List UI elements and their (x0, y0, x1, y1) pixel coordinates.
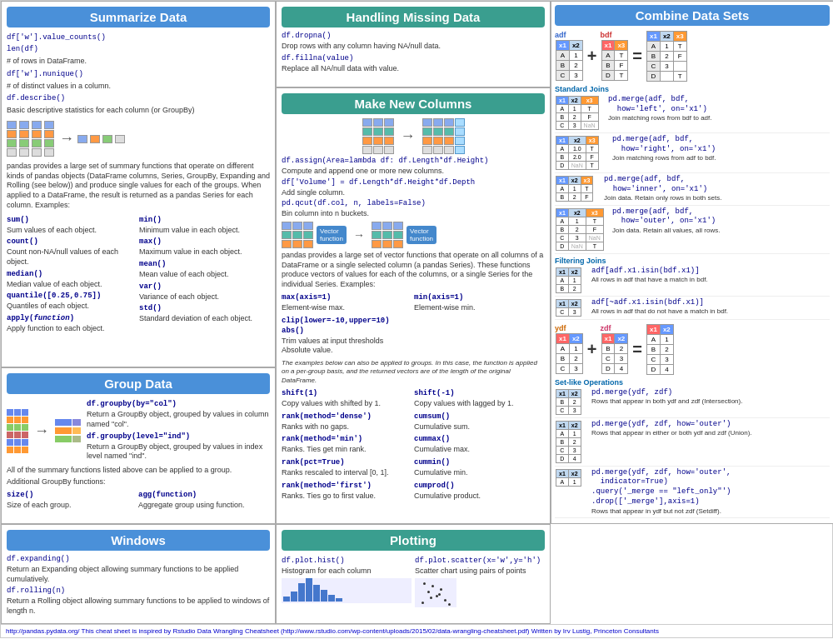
right-join-row: x1x2x3 A1.0T B2.0F DNaNT pd.merge(adf, b… (555, 135, 830, 173)
group-visual-before (7, 409, 28, 453)
set-ops-label: Set-like Operations (555, 378, 830, 387)
set-op-1: x1x2 B2 C3 pd.merge(ydf, zdf) Rows that … (555, 388, 830, 418)
makenew-desc-3: Bin column into n buckets. (282, 209, 545, 219)
missing-desc-1: Drop rows with any column having NA/null… (282, 42, 545, 52)
windows-title: Windows (7, 530, 270, 551)
ydf-block: ydf x1x2 A1 B2 C3 (555, 324, 584, 375)
filtering-joins-label: Filtering Joins (555, 257, 830, 265)
set-op-3: x1x2 A1 pd.merge(ydf, zdf, how='outer', … (555, 468, 830, 518)
missing-section: Handling Missing Data df.dropna() Drop r… (276, 1, 551, 87)
makenew-code-1: df.assign(Area=lambda df: df.Length*df.H… (282, 157, 545, 165)
combine-bottom-row: ydf x1x2 A1 B2 C3 + zdf x1x2 B2 C3 D4 = (555, 323, 830, 376)
bdf-label: bdf x1x3 AT BF DT (601, 31, 630, 82)
makenew-visual: → (282, 118, 545, 154)
result-table: x1x2x3 A1T B2F C3 DT (646, 31, 687, 82)
summarize-title: Summarize Data (7, 7, 270, 27)
makenew-functions: max(axis=1) Element-wise max. clip(lower… (282, 292, 545, 357)
missing-title: Handling Missing Data (282, 7, 545, 27)
group-additional: Additional GroupBy functions: (7, 477, 270, 487)
makenew-code-2: df['Volume'] = df.Length*df.Height*df.De… (282, 178, 545, 187)
shift-functions: shift(1) Copy values with shifted by 1. … (282, 387, 545, 502)
vector-text: pandas provides a large set of vector fu… (282, 251, 545, 290)
summarize-code-4: df.describe() (7, 94, 270, 102)
zdf-table: x1x2 B2 C3 D4 (601, 333, 629, 374)
adf-table: x1x2 A1 B2 C3 (556, 40, 583, 81)
zdf-block: zdf x1x2 B2 C3 D4 (601, 324, 630, 375)
group-title: Group Data (7, 373, 270, 394)
plus-icon: + (587, 47, 597, 66)
plotting-content: df.plot.hist() Histogram for each column… (282, 555, 545, 609)
inner-join-table: x1x2x3 A1T B2F (556, 176, 593, 202)
missing-code-2: df.fillna(value) (282, 54, 545, 62)
makenew-arrow: → (401, 127, 416, 145)
inner-join-row: x1x2x3 A1T B2F pd.merge(adf, bdf, how='i… (555, 175, 830, 206)
group-functions: df.groupby(by="col") Return a GroupBy ob… (87, 398, 270, 463)
agg-desc: Aggregate group using function. (138, 501, 270, 511)
missing-code-1: df.dropna() (282, 32, 545, 40)
outer-join-row: x1x2x3 A1T B2F C3NaN DNaNT pd.merge(adf,… (555, 207, 830, 254)
plotting-section: Plotting df.plot.hist() Histogram for ea… (276, 524, 551, 624)
summarize-len-desc: # of rows in DataFrame. (7, 57, 270, 67)
equals-icon: = (632, 47, 642, 66)
group-arrow: → (34, 422, 49, 440)
set-table-1: x1x2 B2 C3 (556, 389, 581, 415)
plotting-title: Plotting (282, 530, 545, 551)
vector-visual: Vectorfunction → Vectorfunction (282, 222, 545, 248)
footer-text: http://pandas.pydata.org/ This cheat she… (6, 627, 659, 635)
windows-section: Windows df.expanding() Return an Expandi… (1, 524, 276, 624)
result-table-2: x1x2 A1 B2 C3 D4 (646, 324, 674, 375)
group-note: The examples below can also be applied t… (282, 359, 545, 385)
group-visual-after (55, 419, 81, 442)
makenew-section: Make New Columns → df.assign(Area=lambda… (276, 87, 551, 524)
group-section: Group Data (1, 367, 276, 524)
bdf-table: x1x3 AT BF DT (601, 40, 629, 81)
set-table-2: x1x2 A1 B2 C3 D4 (556, 421, 581, 463)
filter-table-2: x1x2 C3 (556, 299, 581, 317)
combine-section: Combine Data Sets adf x1x2 A1 B2 C3 + bd… (551, 1, 833, 524)
summarize-fn-left: sum() Sum values of each object. count()… (7, 215, 137, 336)
histogram-area: df.plot.hist() Histogram for each column (282, 555, 412, 609)
filter-join-1: x1x2 A1 B2 adf[adf.x1.isin(bdf.x1)] All … (555, 267, 830, 297)
summarize-nunique-desc: # of distinct values in a column. (7, 82, 270, 92)
windows-desc-1: Return an Expanding object allowing summ… (7, 565, 270, 584)
adf-label: adf x1x2 A1 B2 C3 (555, 31, 584, 82)
summarize-describe-desc: Basic descriptive statistics for each co… (7, 106, 270, 116)
summarize-functions: sum() Sum values of each object. count()… (7, 215, 270, 336)
makenew-desc-2: Add single column. (282, 188, 545, 198)
scatter-area: df.plot.scatter(x='w',y='h') Scatter cha… (415, 555, 545, 609)
equals-icon-2: = (632, 340, 642, 359)
windows-code-2: df.rolling(n) (7, 587, 270, 595)
plus-icon-2: + (587, 340, 597, 359)
summarize-grid-after (77, 135, 127, 143)
histogram-chart (282, 578, 412, 603)
outer-join-table: x1x2x3 A1T B2F C3NaN DNaNT (556, 208, 604, 251)
set-table-3: x1x2 A1 (556, 469, 581, 487)
summarize-section: Summarize Data df['w'].value_counts() le… (1, 1, 276, 367)
filter-join-2: x1x2 C3 adf[~adf.x1.isin(bdf.x1)] All ro… (555, 298, 830, 320)
set-op-2: x1x2 A1 B2 C3 D4 pd.merge(ydf, zdf, how=… (555, 420, 830, 467)
group-bottom-text: All of the summary functions listed abov… (7, 466, 270, 476)
windows-code-1: df.expanding() (7, 555, 270, 563)
size-desc: Size of each group. (7, 501, 138, 511)
right-join-table: x1x2x3 A1.0T B2.0F DNaNT (556, 136, 599, 170)
ydf-table: x1x2 A1 B2 C3 (556, 333, 583, 374)
left-join-table: x1x2x3 A1T B2F C3NaN (556, 96, 599, 130)
missing-desc-2: Replace all NA/null data with value. (282, 64, 545, 74)
left-join-row: x1x2x3 A1T B2F C3NaN pd.merge(adf, bdf, … (555, 95, 830, 133)
combine-top-row: adf x1x2 A1 B2 C3 + bdf x1x3 AT BF DT = (555, 30, 830, 82)
standard-joins-label: Standard Joins (555, 85, 830, 93)
combine-title: Combine Data Sets (555, 5, 830, 26)
agg-label: agg(function) (138, 491, 197, 499)
summarize-code-3: df['w'].nunique() (7, 70, 270, 78)
summarize-arrow: → (59, 130, 74, 147)
size-label: size() (7, 491, 33, 499)
summarize-summary-text: pandas provides a large set of summary f… (7, 162, 270, 210)
windows-desc-2: Return a Rolling object allowing summary… (7, 597, 270, 616)
summarize-code-2: len(df) (7, 45, 270, 53)
summarize-fn-right: min() Minimum value in each object. max(… (139, 215, 270, 336)
group-extra-fns: size() Size of each group. agg(function)… (7, 489, 270, 512)
summarize-code-1: df['w'].value_counts() (7, 33, 270, 42)
footer: http://pandas.pydata.org/ This cheat she… (1, 624, 833, 637)
makenew-code-3: pd.qcut(df.col, n, labels=False) (282, 199, 545, 207)
scatter-chart (415, 578, 456, 607)
